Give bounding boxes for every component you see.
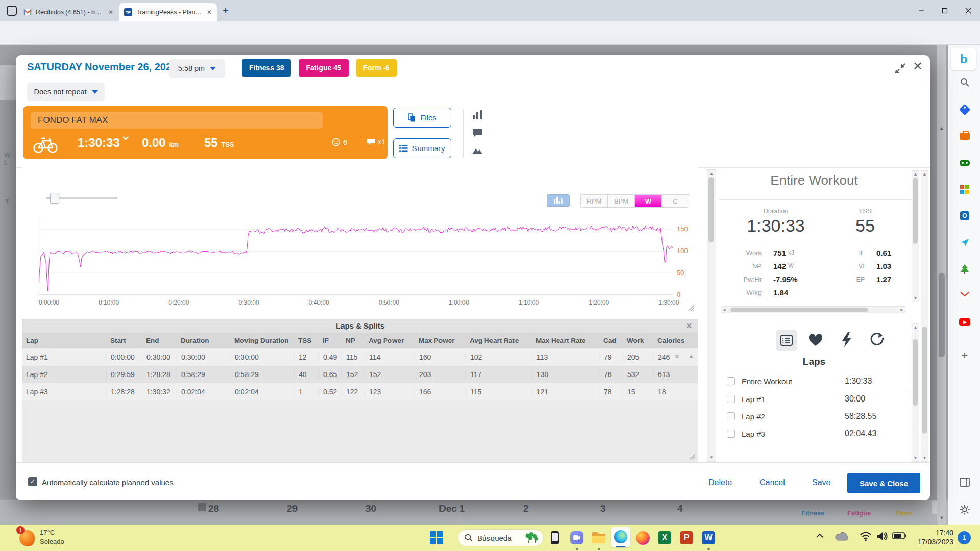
laps-table-column-header[interactable]: Avg Heart Rate	[465, 337, 532, 344]
close-icon[interactable]: ✕	[685, 321, 692, 331]
resize-handle-icon[interactable]	[687, 304, 694, 311]
youtube-icon[interactable]	[958, 315, 971, 329]
table-row[interactable]: Lap #31:28:281:30:320:02:040:02:0410.521…	[22, 383, 698, 400]
laps-table-column-header[interactable]: Start	[106, 337, 142, 344]
channel-toggle-bpm[interactable]: BPM	[607, 195, 634, 207]
delete-button[interactable]: Delete	[708, 478, 732, 487]
scroll-down-icon[interactable]: ▼	[912, 456, 919, 460]
laps-table-column-header[interactable]: Work	[623, 337, 653, 344]
auto-calc-checkbox[interactable]: ✓	[28, 477, 37, 486]
power-chart[interactable]	[39, 219, 673, 296]
settings-gear-icon[interactable]	[958, 503, 971, 516]
time-dropdown[interactable]: 5:58 pm	[169, 59, 225, 78]
tab-trainingpeaks[interactable]: TP TrainingPeaks - Plan your training ✕	[119, 3, 217, 21]
new-tab-button[interactable]: +	[223, 5, 229, 17]
games-icon[interactable]	[958, 156, 971, 169]
chart-type-button[interactable]	[547, 194, 570, 207]
laps-table-column-header[interactable]: Max Power	[414, 337, 465, 344]
laps-list-tab[interactable]	[776, 330, 797, 351]
channel-toggle-c[interactable]: C	[662, 195, 689, 207]
scroll-thumb[interactable]	[730, 308, 868, 312]
scroll-up-icon[interactable]: ▲	[912, 325, 919, 330]
laps-table-column-header[interactable]: Max Heart Rate	[532, 337, 599, 344]
tab-gmail[interactable]: Recibidos (4.651) - barbadocyclin ✕	[18, 3, 118, 21]
resize-handle-icon[interactable]	[689, 453, 696, 460]
wifi-icon[interactable]	[860, 531, 872, 541]
notification-badge[interactable]: 1	[958, 531, 971, 544]
sidebar-panel-icon[interactable]	[958, 475, 971, 489]
lap-checkbox[interactable]	[727, 377, 735, 385]
scroll-right-icon[interactable]: ►	[900, 308, 904, 312]
laps-table-column-header[interactable]: Moving Duration	[230, 337, 294, 344]
powerpoint-app-icon[interactable]: P	[678, 529, 695, 546]
outlook-icon[interactable]: O	[958, 209, 971, 222]
lap-checkbox[interactable]	[727, 395, 735, 403]
list-item[interactable]: Entire Workout1:30:33	[719, 372, 910, 390]
scroll-thumb[interactable]	[913, 339, 918, 406]
cancel-button[interactable]: Cancel	[760, 478, 785, 487]
laps-table-column-header[interactable]: Lap	[22, 337, 106, 344]
lap-checkbox[interactable]	[727, 430, 735, 438]
bing-discover-icon[interactable]: b	[951, 48, 976, 70]
scroll-up-icon[interactable]: ▲	[921, 172, 928, 177]
close-icon[interactable]: ✕	[913, 59, 923, 73]
feel-indicator[interactable]: 6	[332, 138, 347, 146]
summary-hscrollbar[interactable]: ◄ ►	[721, 306, 905, 313]
excel-app-icon[interactable]: X	[656, 529, 673, 546]
power-tab[interactable]	[841, 332, 852, 347]
scroll-up-icon[interactable]: ▲	[707, 171, 716, 176]
clock-date[interactable]: 17/03/2023	[914, 538, 953, 546]
chart-plot-area[interactable]	[39, 219, 673, 296]
chart-detail-icon[interactable]	[472, 110, 482, 119]
weather-icon[interactable]: 1	[17, 528, 35, 547]
laps-table-column-header[interactable]: NP	[341, 337, 364, 344]
scroll-up-icon[interactable]: ▲	[937, 126, 946, 131]
laps-table-column-header[interactable]: IF	[318, 337, 341, 344]
scroll-left-icon[interactable]: ◄	[722, 308, 726, 312]
tools-icon[interactable]	[958, 130, 971, 143]
laps-table-column-header[interactable]: End	[142, 337, 177, 344]
heart-rate-tab[interactable]	[808, 334, 823, 347]
laps-table-column-header[interactable]: Duration	[177, 337, 230, 344]
weather-temp[interactable]: 17°C	[40, 529, 55, 536]
channel-toggle-w[interactable]: W	[634, 195, 662, 207]
workout-distance[interactable]: 0.00 km	[142, 136, 179, 150]
page-scrollbar[interactable]: ▲ ▼	[937, 45, 946, 525]
summary-button[interactable]: Summary	[393, 138, 451, 158]
laps-table-column-header[interactable]: TSS	[294, 337, 318, 344]
laps-table-column-header[interactable]: Avg Power	[364, 337, 414, 344]
window-maximize-button[interactable]	[933, 0, 957, 21]
content-scrollbar[interactable]: ▲ ▼	[707, 169, 716, 462]
tab-close-icon[interactable]: ✕	[108, 9, 113, 16]
scroll-down-icon[interactable]: ▼	[707, 455, 716, 460]
lap-checkbox[interactable]	[727, 412, 735, 420]
scroll-up-icon[interactable]: ▲	[912, 172, 919, 177]
browser-sphere-app-icon[interactable]	[634, 529, 651, 546]
tray-expand-icon[interactable]	[816, 533, 824, 538]
repeat-dropdown[interactable]: Does not repeat	[27, 83, 105, 101]
word-app-icon[interactable]: W	[700, 529, 717, 546]
channel-toggle-rpm[interactable]: RPM	[581, 195, 607, 207]
save-button[interactable]: Save	[812, 478, 830, 487]
collapse-icon[interactable]	[894, 62, 906, 74]
laps-scrollbar[interactable]: ▲ ▼	[912, 323, 919, 462]
table-row[interactable]: Lap #20:29:591:28:280:58:290:58:29400.65…	[22, 366, 698, 383]
shopping-icon[interactable]	[958, 103, 971, 116]
search-icon[interactable]	[958, 76, 971, 89]
elevation-icon[interactable]	[472, 147, 482, 154]
workout-duration[interactable]: 1:30:33	[78, 136, 129, 150]
tab-actions-icon[interactable]	[7, 6, 17, 16]
volume-icon[interactable]	[876, 531, 888, 541]
file-explorer-icon[interactable]	[590, 529, 607, 546]
tab-close-icon[interactable]: ✕	[207, 9, 212, 16]
list-item[interactable]: Lap #130:00	[719, 390, 910, 408]
microsoft-365-icon[interactable]	[958, 183, 971, 196]
comments-indicator[interactable]: x1	[367, 138, 385, 146]
scroll-down-icon[interactable]: ▼	[921, 456, 928, 460]
taskbar-search[interactable]: Búsqueda	[458, 529, 544, 546]
gmail-icon[interactable]	[958, 289, 971, 302]
save-close-button[interactable]: Save & Close	[847, 473, 920, 493]
cadence-tab[interactable]	[869, 332, 885, 347]
laps-table-column-header[interactable]: Cad	[599, 337, 623, 344]
chat-app-icon[interactable]	[568, 529, 585, 546]
